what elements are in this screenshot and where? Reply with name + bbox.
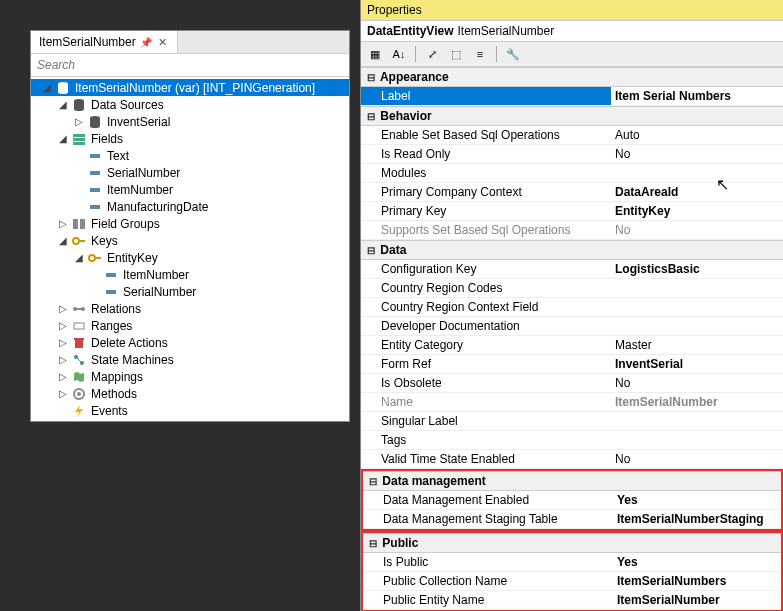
property-value[interactable]: ItemSerialNumberStaging xyxy=(613,510,781,528)
tree-node[interactable]: ▷Delete Actions xyxy=(31,334,349,351)
search-input[interactable] xyxy=(31,54,349,77)
tree-toggle-icon[interactable]: ▷ xyxy=(57,388,69,399)
collapse-icon[interactable]: ⊟ xyxy=(367,476,379,487)
property-row[interactable]: Configuration KeyLogisticsBasic xyxy=(361,260,783,279)
tree-node[interactable]: ▷Relations xyxy=(31,300,349,317)
tree-node[interactable]: ▷State Machines xyxy=(31,351,349,368)
property-row[interactable]: Country Region Context Field xyxy=(361,298,783,317)
tree-node[interactable]: ItemNumber xyxy=(31,266,349,283)
tree-node[interactable]: ▷Mappings xyxy=(31,368,349,385)
wrench-icon[interactable]: 🔧 xyxy=(503,44,523,64)
tree-toggle-icon[interactable]: ▷ xyxy=(57,337,69,348)
tree-toggle-icon[interactable]: ▷ xyxy=(57,371,69,382)
tree-toggle-icon[interactable]: ▷ xyxy=(57,218,69,229)
tree-toggle-icon[interactable]: ◢ xyxy=(57,133,69,144)
tree-toggle-icon[interactable]: ▷ xyxy=(57,354,69,365)
tab-item-serial-number[interactable]: ItemSerialNumber 📌 ✕ xyxy=(31,31,178,53)
property-value[interactable]: Item Serial Numbers xyxy=(611,87,783,105)
collapse-icon[interactable]: ⊟ xyxy=(365,245,377,256)
property-value[interactable]: No xyxy=(611,145,783,163)
property-row[interactable]: Singular Label xyxy=(361,412,783,431)
collapse-icon[interactable]: ⊟ xyxy=(365,111,377,122)
toolbar-btn-4[interactable]: ⬚ xyxy=(446,44,466,64)
property-row[interactable]: Public Entity NameItemSerialNumber xyxy=(363,591,781,610)
tree-node[interactable]: SerialNumber xyxy=(31,164,349,181)
property-category[interactable]: ⊟ Data management xyxy=(363,471,781,491)
tree-node[interactable]: SerialNumber xyxy=(31,283,349,300)
tree-toggle-icon[interactable]: ◢ xyxy=(41,82,53,93)
tree-node[interactable]: ◢Data Sources xyxy=(31,96,349,113)
property-value[interactable] xyxy=(611,317,783,335)
property-value[interactable] xyxy=(611,412,783,430)
toolbar-btn-3[interactable]: ⤢ xyxy=(422,44,442,64)
tree-node[interactable]: ▷Ranges xyxy=(31,317,349,334)
tree-node[interactable]: ▷InventSerial xyxy=(31,113,349,130)
tree-node[interactable]: ManufacturingDate xyxy=(31,198,349,215)
property-category[interactable]: ⊟ Appearance xyxy=(361,67,783,87)
property-value[interactable]: Master xyxy=(611,336,783,354)
tree-toggle-icon[interactable]: ▷ xyxy=(73,116,85,127)
tree-toggle-icon[interactable]: ◢ xyxy=(57,99,69,110)
property-row[interactable]: Tags xyxy=(361,431,783,450)
property-row[interactable]: Primary Company ContextDataAreaId xyxy=(361,183,783,202)
property-value[interactable]: ItemSerialNumber xyxy=(613,591,781,609)
toolbar-btn-5[interactable]: ≡ xyxy=(470,44,490,64)
property-row[interactable]: Developer Documentation xyxy=(361,317,783,336)
tree-node[interactable]: ItemNumber xyxy=(31,181,349,198)
property-value[interactable] xyxy=(611,279,783,297)
property-row[interactable]: LabelItem Serial Numbers xyxy=(361,87,783,106)
property-value[interactable]: ItemSerialNumber xyxy=(611,393,783,411)
tree-toggle-icon[interactable]: ◢ xyxy=(73,252,85,263)
property-value[interactable] xyxy=(611,298,783,316)
sort-icon[interactable]: A↓ xyxy=(389,44,409,64)
tree-node[interactable]: ◢EntityKey xyxy=(31,249,349,266)
tree-node[interactable]: ◢Keys xyxy=(31,232,349,249)
tree-node[interactable]: Text xyxy=(31,147,349,164)
property-category[interactable]: ⊟ Behavior xyxy=(361,106,783,126)
tree-node-label: Fields xyxy=(89,132,123,146)
property-row[interactable]: Country Region Codes xyxy=(361,279,783,298)
collapse-icon[interactable]: ⊟ xyxy=(365,72,377,83)
tree-node[interactable]: ▷Methods xyxy=(31,385,349,402)
tree-node[interactable]: Events xyxy=(31,402,349,419)
tree-node[interactable]: ▷Field Groups xyxy=(31,215,349,232)
property-row[interactable]: Supports Set Based Sql OperationsNo xyxy=(361,221,783,240)
property-row[interactable]: Is ObsoleteNo xyxy=(361,374,783,393)
collapse-icon[interactable]: ⊟ xyxy=(367,538,379,549)
property-row[interactable]: Is Read OnlyNo xyxy=(361,145,783,164)
property-row[interactable]: Public Collection NameItemSerialNumbers xyxy=(363,572,781,591)
property-row[interactable]: NameItemSerialNumber xyxy=(361,393,783,412)
property-value[interactable]: No xyxy=(611,374,783,392)
property-row[interactable]: Enable Set Based Sql OperationsAuto xyxy=(361,126,783,145)
property-row[interactable]: Primary KeyEntityKey xyxy=(361,202,783,221)
tree-node[interactable]: ◢ItemSerialNumber (var) [INT_PINGenerati… xyxy=(31,79,349,96)
property-row[interactable]: Data Management Staging TableItemSerialN… xyxy=(363,510,781,529)
property-value[interactable]: ItemSerialNumbers xyxy=(613,572,781,590)
close-icon[interactable]: ✕ xyxy=(156,36,169,49)
property-value[interactable]: DataAreaId xyxy=(611,183,783,201)
property-category[interactable]: ⊟ Public xyxy=(363,533,781,553)
property-value[interactable]: Yes xyxy=(613,491,781,509)
property-value[interactable]: LogisticsBasic xyxy=(611,260,783,278)
property-value[interactable]: Auto xyxy=(611,126,783,144)
property-value[interactable]: InventSerial xyxy=(611,355,783,373)
property-value[interactable]: No xyxy=(611,450,783,468)
property-value[interactable]: EntityKey xyxy=(611,202,783,220)
property-category[interactable]: ⊟ Data xyxy=(361,240,783,260)
tree-toggle-icon[interactable]: ▷ xyxy=(57,303,69,314)
property-row[interactable]: Valid Time State EnabledNo xyxy=(361,450,783,469)
property-row[interactable]: Is PublicYes xyxy=(363,553,781,572)
property-value[interactable]: Yes xyxy=(613,553,781,571)
categorize-icon[interactable]: ▦ xyxy=(365,44,385,64)
property-value[interactable] xyxy=(611,164,783,182)
property-row[interactable]: Data Management EnabledYes xyxy=(363,491,781,510)
property-row[interactable]: Modules xyxy=(361,164,783,183)
property-row[interactable]: Entity CategoryMaster xyxy=(361,336,783,355)
property-row[interactable]: Form RefInventSerial xyxy=(361,355,783,374)
property-value[interactable]: No xyxy=(611,221,783,239)
pin-icon[interactable]: 📌 xyxy=(140,37,152,48)
tree-toggle-icon[interactable]: ◢ xyxy=(57,235,69,246)
property-value[interactable] xyxy=(611,431,783,449)
tree-node[interactable]: ◢Fields xyxy=(31,130,349,147)
tree-toggle-icon[interactable]: ▷ xyxy=(57,320,69,331)
